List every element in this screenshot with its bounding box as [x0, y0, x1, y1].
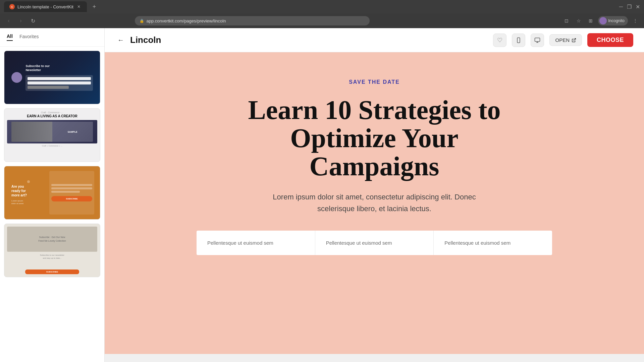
template-thumb-2[interactable]: Craft · Commerce · ... EARN A LIVING AS …	[4, 108, 100, 162]
lock-icon: 🔒	[140, 19, 144, 23]
preview-area[interactable]: SAVE THE DATE Learn 10 Strategies to Opt…	[105, 52, 644, 362]
profile-avatar	[599, 17, 607, 24]
url-text: app.convertkit.com/pages/preview/lincoln	[146, 18, 226, 23]
sidebar-header: All Favorites	[0, 28, 104, 47]
external-link-icon	[572, 38, 576, 43]
svg-rect-4	[535, 38, 540, 42]
window-controls: ─ ❐ ✕	[619, 4, 640, 10]
address-bar[interactable]: 🔒 app.convertkit.com/pages/preview/linco…	[135, 16, 370, 25]
forward-nav-button[interactable]: ›	[16, 16, 25, 25]
browser-titlebar: C Lincoln template - ConvertKit ✕ + ─ ❐ …	[0, 0, 644, 13]
header-actions: ♡ OPEN CHOOSE	[493, 33, 633, 47]
choose-button[interactable]: CHOOSE	[587, 33, 633, 47]
open-label: OPEN	[555, 37, 570, 43]
preview-main-title: Learn 10 Strategies to Optimize Your Cam…	[223, 96, 525, 180]
preview-content: SAVE THE DATE Learn 10 Strategies to Opt…	[105, 52, 644, 354]
new-tab-button[interactable]: +	[90, 2, 99, 11]
sidebar: All Favorites Subscribe to ourNewsletter	[0, 28, 105, 362]
tab-favicon: C	[9, 4, 15, 9]
svg-line-7	[574, 38, 576, 40]
toolbar-actions: ⊡ ☆ ⊞ Incognito ⋮	[562, 16, 640, 25]
template-thumb-4[interactable]: Subscribe · Get Our NewFeed Me Lovely Co…	[4, 224, 100, 277]
browser-tab[interactable]: C Lincoln template - ConvertKit ✕	[4, 1, 87, 12]
back-nav-button[interactable]: ‹	[4, 16, 13, 25]
extension-icon[interactable]: ⊞	[586, 16, 595, 25]
preview-card-2: Pellentesque ut euismod sem	[315, 231, 434, 255]
bookmark-icon[interactable]: ☆	[574, 16, 583, 25]
browser-chrome: C Lincoln template - ConvertKit ✕ + ─ ❐ …	[0, 0, 644, 28]
preview-subtitle: Lorem ipsum dolor sit amet, consectetur …	[265, 191, 483, 215]
template-thumb-1[interactable]: Subscribe to ourNewsletter	[4, 51, 100, 104]
tab-title: Lincoln template - ConvertKit	[17, 4, 73, 9]
preview-card-3-text: Pellentesque ut euismod sem	[444, 240, 541, 246]
open-button[interactable]: OPEN	[549, 34, 582, 46]
svg-rect-2	[518, 38, 520, 43]
heart-icon: ♡	[497, 37, 502, 44]
tab-close-button[interactable]: ✕	[76, 4, 82, 9]
main-area: ← Lincoln ♡ OPEN CHOOSE	[105, 28, 644, 362]
refresh-button[interactable]: ↻	[28, 16, 38, 25]
profile-button[interactable]: Incognito	[598, 16, 628, 25]
sidebar-tab-all[interactable]: All	[7, 34, 13, 41]
maximize-button[interactable]: ❐	[627, 4, 632, 10]
mobile-icon	[516, 37, 522, 43]
browser-toolbar: ‹ › ↻ 🔒 app.convertkit.com/pages/preview…	[0, 13, 644, 28]
more-options-icon[interactable]: ⋮	[631, 16, 640, 25]
template-thumb-3[interactable]: Are youready formore art? Lorem ipsumdol…	[4, 166, 100, 220]
preview-card-1: Pellentesque ut euismod sem	[197, 231, 315, 255]
profile-label: Incognito	[608, 18, 625, 23]
desktop-icon	[534, 37, 540, 43]
sidebar-tab-favorites[interactable]: Favorites	[19, 34, 39, 41]
app-container: All Favorites Subscribe to ourNewsletter	[0, 28, 644, 362]
back-button[interactable]: ←	[115, 35, 126, 46]
preview-card-1-text: Pellentesque ut euismod sem	[207, 240, 304, 246]
cast-icon[interactable]: ⊡	[562, 16, 571, 25]
save-date-label: SAVE THE DATE	[349, 79, 400, 85]
sidebar-template-list: Subscribe to ourNewsletter Craft · Comme…	[0, 47, 104, 362]
preview-cards: Pellentesque ut euismod sem Pellentesque…	[197, 231, 552, 255]
page-header: ← Lincoln ♡ OPEN CHOOSE	[105, 28, 644, 52]
page-title: Lincoln	[130, 35, 161, 45]
minimize-button[interactable]: ─	[619, 4, 623, 10]
svg-text:C: C	[11, 6, 13, 8]
preview-card-2-text: Pellentesque ut euismod sem	[326, 240, 423, 246]
mobile-view-button[interactable]	[512, 34, 525, 47]
preview-card-3: Pellentesque ut euismod sem	[434, 231, 552, 255]
desktop-view-button[interactable]	[531, 34, 544, 47]
close-window-button[interactable]: ✕	[636, 4, 640, 10]
favorite-button[interactable]: ♡	[493, 34, 506, 47]
